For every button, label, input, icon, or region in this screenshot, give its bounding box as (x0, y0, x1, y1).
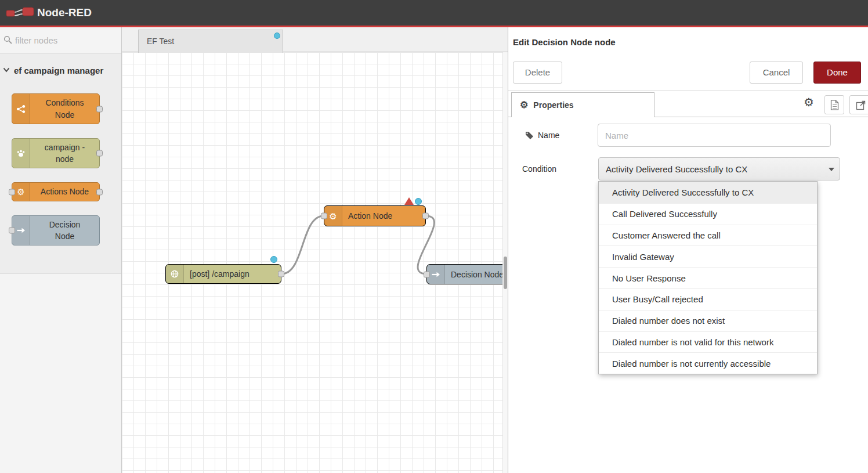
palette-search-row (0, 27, 121, 54)
dropdown-option[interactable]: Activity Delivered Successfully to CX (599, 182, 817, 203)
expand-editor-button[interactable] (849, 95, 868, 114)
wire-layer (122, 52, 502, 473)
condition-dropdown: Activity Delivered Successfully to CX Ca… (598, 181, 818, 374)
flow-node-label: Action Node (342, 206, 425, 226)
cancel-button[interactable]: Cancel (750, 62, 803, 84)
palette-node-label: Conditions Node (30, 94, 99, 124)
done-button[interactable]: Done (813, 62, 861, 84)
edit-panel-title: Edit Decision Node node (513, 37, 616, 47)
node-settings-gear-icon[interactable]: ⚙ (804, 96, 814, 108)
palette-category-section: ef campaign manager Conditions Node (0, 54, 121, 274)
palette-node-label: Actions Node (30, 183, 99, 200)
node-changed-dot (415, 198, 422, 205)
input-port (9, 189, 15, 195)
node-error-triangle-icon (404, 197, 414, 205)
output-port[interactable] (422, 213, 429, 219)
globe-icon (166, 265, 184, 283)
tab-properties[interactable]: ⚙ Properties (511, 92, 654, 117)
gear-icon: ⚙ (520, 100, 528, 110)
editor-tabbar: ⚙ Properties ⚙ (508, 91, 868, 117)
palette-node-actions[interactable]: ⚙ Actions Node (12, 182, 100, 201)
palette-node-decision[interactable]: Decision Node (12, 215, 100, 246)
search-input[interactable] (0, 27, 121, 53)
flow-node-label: Decision Node (445, 265, 502, 284)
palette-node-list: Conditions Node campaign - node (0, 78, 121, 245)
expand-icon (856, 100, 866, 110)
input-port (9, 228, 15, 234)
delete-button[interactable]: Delete (513, 62, 562, 84)
condition-selected-value: Activity Delivered Successfully to CX (606, 164, 747, 174)
app-title: Node-RED (37, 0, 92, 26)
output-port (96, 106, 103, 112)
flow-changed-dot (274, 33, 280, 39)
node-red-logo-icon (6, 5, 35, 20)
input-port[interactable] (321, 213, 327, 219)
wire[interactable] (281, 216, 324, 274)
output-port (96, 189, 103, 195)
palette-category-header[interactable]: ef campaign manager (0, 63, 121, 78)
flow-node-http-in[interactable]: [post] /campaign (165, 264, 281, 284)
palette-node-label: campaign - node (30, 139, 99, 168)
select-caret-icon (829, 168, 834, 171)
node-docs-button[interactable] (824, 95, 844, 114)
flow-node-action[interactable]: ⚙ Action Node (324, 205, 426, 226)
dropdown-option[interactable]: Invalid Gateway (599, 245, 817, 267)
dropdown-option[interactable]: Call Delivered Successfully (599, 203, 817, 225)
paw-icon (12, 139, 30, 168)
node-changed-dot (270, 256, 277, 263)
chevron-down-icon (3, 67, 10, 73)
flow-node-decision[interactable]: Decision Node (426, 264, 502, 284)
palette-category-label: ef campaign manager (14, 66, 103, 75)
scrollbar-thumb[interactable] (504, 257, 507, 289)
output-port (96, 150, 103, 157)
dropdown-option[interactable]: Dialed number does not exist (599, 310, 817, 331)
dropdown-option[interactable]: Dialed number is not valid for this netw… (599, 331, 817, 353)
name-field-label: Name (525, 124, 559, 147)
canvas-vertical-scrollbar[interactable] (502, 52, 508, 473)
dropdown-option[interactable]: No User Response (599, 267, 817, 288)
flow-canvas[interactable]: [post] /campaign ⚙ Action Node Decision … (122, 52, 502, 473)
flow-node-label: [post] /campaign (184, 265, 281, 283)
palette-node-campaign[interactable]: campaign - node (12, 138, 100, 169)
app-header: Node-RED (0, 0, 868, 27)
document-icon (830, 100, 839, 110)
condition-field-label: Condition (522, 157, 556, 180)
dropdown-option[interactable]: User Busy/Call rejected (599, 288, 817, 310)
input-port[interactable] (424, 271, 430, 277)
condition-select[interactable]: Activity Delivered Successfully to CX (598, 157, 840, 180)
tag-icon (525, 131, 534, 140)
palette-sidebar: ef campaign manager Conditions Node (0, 27, 122, 473)
dropdown-option[interactable]: Dialed number is not currently accessibl… (599, 352, 817, 374)
flow-tab-label: EF Test (147, 37, 174, 46)
palette-node-conditions[interactable]: Conditions Node (12, 93, 100, 124)
properties-tab-label: Properties (533, 100, 573, 110)
name-input[interactable] (598, 124, 831, 147)
output-port[interactable] (278, 271, 284, 277)
node-red-app: Node-RED ef campaign manager (0, 0, 868, 473)
flow-tabbar: EF Test (122, 27, 508, 52)
branch-icon (12, 94, 30, 124)
dropdown-option[interactable]: Customer Answered the call (599, 225, 817, 246)
palette-node-label: Decision Node (30, 216, 99, 245)
flow-tab-ef-test[interactable]: EF Test (138, 30, 283, 53)
toolbar-separator (508, 90, 868, 91)
edit-node-panel: Edit Decision Node node Delete Cancel Do… (508, 27, 868, 473)
